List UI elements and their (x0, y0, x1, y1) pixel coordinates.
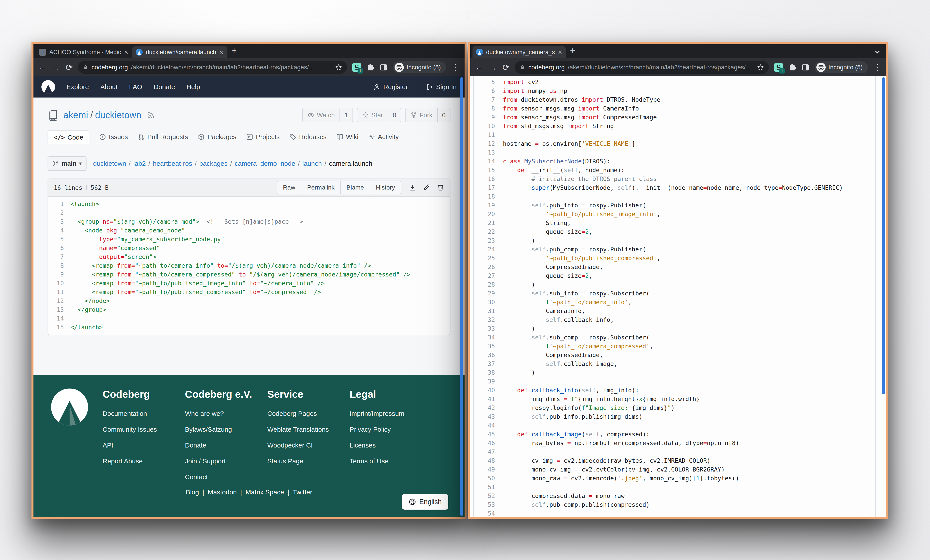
back-button[interactable]: ← (38, 63, 47, 72)
line-number[interactable]: 8 (474, 104, 503, 113)
bookmark-star-icon[interactable] (757, 64, 764, 71)
browser-menu-icon[interactable]: ⋮ (873, 63, 882, 72)
line-number[interactable]: 19 (474, 201, 503, 210)
footer-link[interactable]: Weblate Translations (267, 426, 335, 433)
footer-link[interactable]: Terms of Use (350, 457, 417, 465)
line-number[interactable]: 35 (474, 342, 503, 351)
line-number[interactable]: 20 (474, 210, 503, 218)
file-view-button[interactable]: Raw (277, 182, 301, 194)
register-button[interactable]: Register (373, 83, 408, 91)
line-number[interactable]: 34 (474, 333, 503, 342)
line-number[interactable]: 37 (474, 360, 503, 368)
nav-faq[interactable]: FAQ (129, 83, 142, 91)
crumb-link[interactable]: heartbeat-ros (153, 160, 192, 167)
social-link[interactable]: Matrix Space (245, 488, 284, 496)
line-number[interactable]: 25 (474, 254, 503, 263)
footer-link[interactable]: Woodpecker CI (267, 442, 335, 449)
file-view-button[interactable]: History (370, 182, 401, 194)
line-number[interactable]: 27 (474, 271, 503, 280)
watch-count[interactable]: 1 (340, 108, 352, 122)
tab-packages[interactable]: Packages (198, 133, 236, 144)
line-number[interactable]: 51 (474, 483, 503, 492)
new-tab-button[interactable]: + (570, 45, 576, 57)
star-count[interactable]: 0 (388, 108, 401, 122)
line-number[interactable]: 52 (474, 492, 503, 500)
line-number[interactable]: 3 (48, 217, 71, 226)
line-number[interactable]: 30 (474, 298, 503, 307)
browser-tab-camera-launch[interactable]: duckietown/camera.launch × (132, 46, 227, 58)
file-view-button[interactable]: Permalink (301, 182, 340, 194)
line-number[interactable]: 21 (474, 218, 503, 228)
branch-selector[interactable]: main ▾ (48, 156, 86, 171)
line-number[interactable]: 18 (474, 192, 503, 201)
line-number[interactable]: 5 (474, 78, 503, 86)
sidebar-icon[interactable] (380, 63, 388, 71)
footer-link[interactable]: Who are we? (185, 410, 253, 417)
repo-name-link[interactable]: duckietown (95, 110, 141, 120)
line-number[interactable]: 41 (474, 395, 503, 403)
extensions-puzzle-icon[interactable] (788, 63, 796, 71)
line-number[interactable]: 12 (48, 297, 71, 305)
forward-button[interactable]: → (52, 63, 60, 72)
watch-button[interactable]: Watch 1 (302, 108, 353, 122)
line-number[interactable]: 45 (474, 430, 503, 439)
tab-wiki[interactable]: Wiki (336, 133, 359, 144)
line-number[interactable]: 9 (474, 113, 503, 122)
line-number[interactable]: 36 (474, 351, 503, 360)
line-number[interactable]: 42 (474, 403, 503, 412)
bookmark-star-icon[interactable] (335, 64, 342, 71)
scrollbar-thumb[interactable] (460, 77, 463, 516)
footer-link[interactable]: Donate (185, 442, 253, 449)
close-icon[interactable]: × (219, 49, 223, 56)
line-number[interactable]: 24 (474, 245, 503, 254)
crumb-link[interactable]: camera_demo_node (235, 160, 295, 167)
footer-link[interactable]: Community Issues (103, 426, 171, 433)
footer-link[interactable]: Imprint/Impressum (350, 410, 417, 417)
new-tab-button[interactable]: + (231, 45, 237, 57)
footer-link[interactable]: Bylaws/Satzung (185, 426, 253, 433)
line-number[interactable]: 9 (48, 270, 71, 279)
line-number[interactable]: 54 (474, 509, 503, 517)
footer-link[interactable]: Privacy Policy (350, 426, 417, 433)
download-icon[interactable] (409, 184, 416, 191)
reload-button[interactable]: ⟳ (502, 63, 510, 72)
footer-link[interactable]: Licenses (350, 442, 417, 449)
line-number[interactable]: 31 (474, 307, 503, 315)
line-number[interactable]: 49 (474, 465, 503, 474)
footer-link[interactable]: API (103, 442, 171, 449)
social-link[interactable]: Twitter (293, 488, 312, 496)
browser-menu-icon[interactable]: ⋮ (451, 63, 460, 72)
line-number[interactable]: 33 (474, 324, 503, 333)
tab-strip-chevron-icon[interactable] (874, 49, 881, 55)
line-number[interactable]: 53 (474, 500, 503, 509)
line-number[interactable]: 15 (48, 323, 71, 332)
line-number[interactable]: 44 (474, 421, 503, 430)
line-number[interactable]: 17 (474, 183, 503, 192)
line-number[interactable]: 12 (474, 139, 503, 148)
language-button[interactable]: English (402, 494, 448, 509)
stylus-extension-icon[interactable]: S1 (352, 63, 361, 72)
line-number[interactable]: 10 (48, 279, 71, 288)
tab-activity[interactable]: Activity (368, 133, 399, 144)
footer-link[interactable]: Codeberg Pages (267, 410, 335, 417)
line-number[interactable]: 2 (48, 208, 71, 217)
line-number[interactable]: 16 (474, 175, 503, 183)
tab-projects[interactable]: Projects (246, 133, 280, 144)
close-icon[interactable]: × (124, 49, 128, 56)
line-number[interactable]: 5 (48, 235, 71, 244)
line-number[interactable]: 14 (48, 314, 71, 323)
signin-button[interactable]: Sign In (426, 83, 457, 91)
back-button[interactable]: ← (475, 63, 483, 72)
stylus-extension-icon[interactable]: S1 (774, 63, 783, 72)
footer-link[interactable]: Report Abuse (103, 457, 171, 465)
address-bar[interactable]: codeberg.org /akemi/duckietown/src/branc… (515, 61, 769, 74)
line-number[interactable]: 7 (474, 95, 503, 104)
line-number[interactable]: 6 (48, 244, 71, 252)
line-number[interactable]: 28 (474, 280, 503, 289)
footer-link[interactable]: Contact (185, 473, 253, 481)
line-number[interactable]: 7 (48, 252, 71, 261)
line-number[interactable]: 47 (474, 448, 503, 456)
line-number[interactable]: 40 (474, 386, 503, 395)
line-number[interactable]: 6 (474, 86, 503, 95)
nav-help[interactable]: Help (186, 83, 200, 91)
